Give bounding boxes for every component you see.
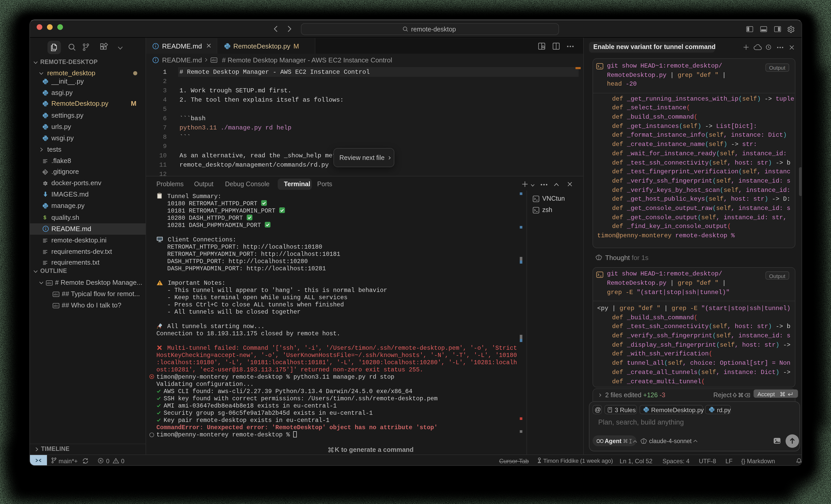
svg-text:abc: abc xyxy=(53,304,58,307)
svg-text:abc: abc xyxy=(211,58,216,61)
svg-text:abc: abc xyxy=(47,281,52,284)
svg-text:abc: abc xyxy=(53,293,58,296)
svg-text:$: $ xyxy=(44,214,46,220)
